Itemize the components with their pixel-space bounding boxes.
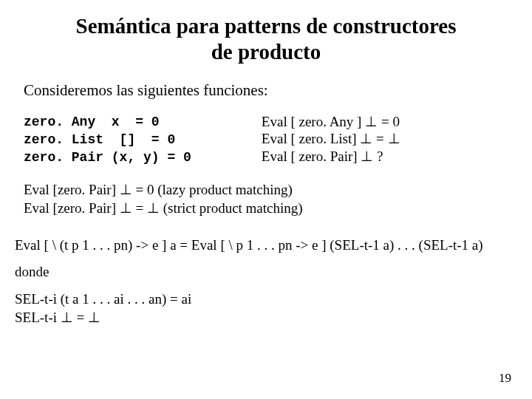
sel-definitions: SEL-t-i (t a 1 . . . ai . . . an) = ai S… <box>15 290 517 327</box>
definitions-code: zero. Any x = 0 zero. List [] = 0 zero. … <box>24 113 206 167</box>
matching-strict: Eval [zero. Pair] ⊥ = ⊥ (strict product … <box>24 200 517 218</box>
code-line-2: zero. List [] = 0 <box>24 132 175 147</box>
title-line-2: de producto <box>211 40 321 64</box>
definitions-eval: Eval [ zero. Any ] ⊥ = 0 Eval [ zero. Li… <box>206 113 400 167</box>
eval-line-2: Eval [ zero. List] ⊥ = ⊥ <box>262 130 400 148</box>
slide-title: Semántica para patterns de constructores… <box>15 13 517 65</box>
definitions-block: zero. Any x = 0 zero. List [] = 0 zero. … <box>24 113 517 167</box>
slide: Semántica para patterns de constructores… <box>0 0 532 399</box>
eval-line-1: Eval [ zero. Any ] ⊥ = 0 <box>262 113 400 131</box>
code-line-1: zero. Any x = 0 <box>24 115 160 129</box>
eval-line-3: Eval [ zero. Pair] ⊥ ? <box>262 148 400 166</box>
matching-lazy: Eval [zero. Pair] ⊥ = 0 (lazy product ma… <box>24 181 517 200</box>
code-line-3: zero. Pair (x, y) = 0 <box>24 150 191 165</box>
title-line-1: Semántica para patterns de constructores <box>76 14 457 38</box>
sel-line-1: SEL-t-i (t a 1 . . . ai . . . an) = ai <box>15 290 517 309</box>
eval-rule: Eval [ \ (t p 1 . . . pn) -> e ] a = Eva… <box>15 237 517 253</box>
donde-label: donde <box>15 264 517 280</box>
intro-text: Consideremos las siguientes funciones: <box>24 81 517 100</box>
sel-line-2: SEL-t-i ⊥ = ⊥ <box>15 309 517 327</box>
matching-modes: Eval [zero. Pair] ⊥ = 0 (lazy product ma… <box>24 181 517 217</box>
page-number: 19 <box>499 371 511 386</box>
